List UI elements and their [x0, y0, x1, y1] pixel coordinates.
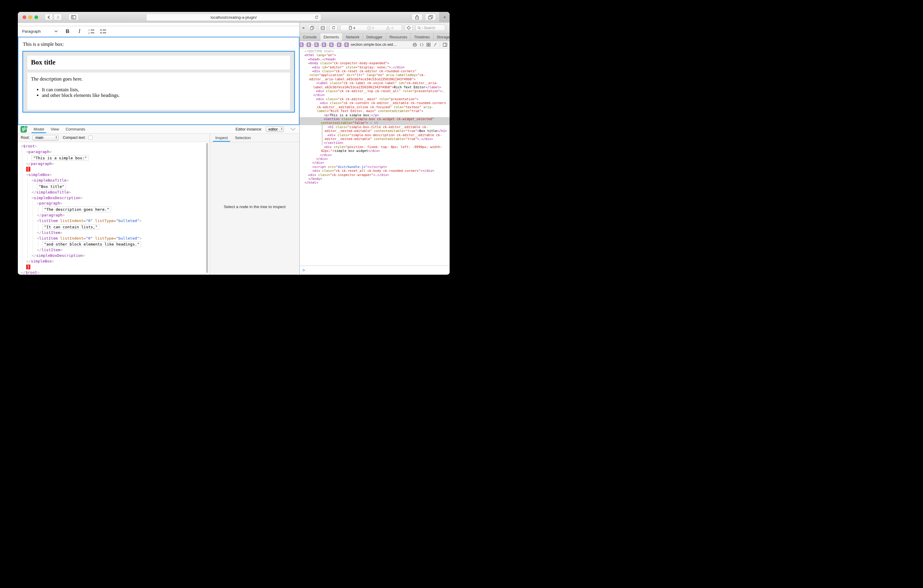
dom-tree-row[interactable]: <p>This is a simple box:</p>	[300, 113, 450, 117]
forward-button[interactable]	[54, 14, 62, 21]
dom-tree-row[interactable]: </div>	[300, 157, 450, 161]
disclosure-open-icon[interactable]: ▾	[313, 97, 317, 101]
back-button[interactable]	[44, 14, 53, 21]
selection-tab[interactable]: Selection	[235, 133, 251, 142]
dom-tree-row[interactable]: <div class="ck ck-reset_all ck-body ck-r…	[300, 169, 450, 173]
tab-overview-button[interactable]	[425, 14, 436, 21]
model-tree-row[interactable]: <paragraph>	[18, 200, 210, 206]
bulleted-list-button[interactable]	[99, 27, 108, 36]
model-tree-row[interactable]: "It can contain lists,"	[18, 224, 210, 230]
share-button[interactable]	[412, 14, 422, 21]
new-tab-button[interactable]: +	[440, 12, 450, 23]
model-tree-row[interactable]: </paragraph>	[18, 213, 210, 218]
model-tree-row[interactable]: </paragraph>	[18, 161, 210, 167]
layout-grid-icon[interactable]	[426, 43, 430, 47]
collapse-inspector-icon[interactable]	[290, 128, 296, 131]
model-tree-row[interactable]: </simpleBoxTitle>	[18, 190, 210, 195]
tab-debugger[interactable]: Debugger	[363, 33, 386, 41]
tab-resources[interactable]: Resources	[386, 33, 411, 41]
details-sidebar-toggle-icon[interactable]	[443, 43, 447, 47]
maximize-window-button[interactable]	[34, 15, 38, 19]
model-tree-row[interactable]: ]	[18, 264, 210, 270]
quick-console[interactable]: >	[300, 266, 450, 274]
inspector-tab-commands[interactable]: Commands	[66, 125, 85, 133]
dom-tree-row[interactable]: </section>	[300, 141, 450, 145]
italic-button[interactable]: I	[75, 27, 84, 36]
breadcrumb-element-badge[interactable]: E	[344, 43, 349, 47]
dom-tree-row[interactable]: </body>	[300, 177, 450, 181]
dom-tree-row[interactable]: </div>	[300, 161, 450, 165]
disclosure-closed-icon[interactable]: ▸	[305, 57, 310, 62]
list-item[interactable]: and other block elements like headings.	[42, 92, 286, 98]
address-bar[interactable]: localhost/creating-a-plugin/	[146, 14, 321, 21]
model-tree-row[interactable]: </listItem>	[18, 247, 210, 253]
model-tree-row[interactable]: <simpleBoxDescription>	[18, 195, 210, 201]
disclosure-closed-icon[interactable]: ▸	[309, 66, 314, 69]
dock-side-button[interactable]	[319, 25, 327, 31]
dom-tree-row[interactable]: <!DOCTYPE html>	[300, 49, 450, 53]
compact-text-checkbox[interactable]	[88, 136, 92, 140]
show-source-icon[interactable]	[420, 43, 424, 47]
dom-tree-row[interactable]: ▸<div id="editor" style="display: none;"…	[300, 66, 450, 69]
model-tree-row[interactable]: </simpleBox>	[18, 259, 210, 264]
disclosure-open-icon[interactable]: ▾	[317, 101, 321, 105]
model-tree-row[interactable]: <paragraph>	[18, 149, 210, 155]
editor-editable-area[interactable]: This is a simple box: Box title The desc…	[18, 37, 299, 125]
disclosure-closed-icon[interactable]: ▸	[324, 133, 329, 137]
dom-tree-row[interactable]: <h1 class="simple-box-title ck-editor__e…	[300, 125, 450, 133]
disclosure-open-icon[interactable]: ▾	[301, 54, 305, 57]
breadcrumb-element-badge[interactable]: E	[322, 43, 326, 47]
reload-icon[interactable]	[314, 15, 319, 20]
model-tree-row[interactable]: </$root>	[18, 270, 210, 274]
dom-tree-row[interactable]: </div>	[300, 153, 450, 157]
model-tree-row[interactable]: <simpleBox>	[18, 172, 210, 178]
dom-tree-row[interactable]: ▸<div class="simple-box-description ck-e…	[300, 133, 450, 141]
model-tree-row[interactable]: <$root>	[18, 144, 210, 149]
breadcrumb-element-badge[interactable]: E	[307, 43, 311, 47]
dom-tree-row[interactable]: ▾<div class="ck ck-reset ck-editor ck-ro…	[300, 69, 450, 81]
model-tree-row[interactable]: "This is a simple box:"	[18, 155, 210, 161]
model-tree-row[interactable]: "and other block elements like headings.…	[18, 241, 210, 247]
close-window-button[interactable]	[23, 15, 26, 19]
dom-tree-row[interactable]: ▾<body class="ck-inspector-body-expanded…	[300, 61, 450, 65]
dom-tree-row[interactable]: ▸<head>…</head>	[300, 57, 450, 61]
styles-brush-icon[interactable]	[433, 43, 437, 47]
detach-devtools-button[interactable]	[308, 25, 316, 31]
resource-status-button[interactable]: 4 0	[340, 25, 402, 31]
model-tree-row[interactable]: "Box title"	[18, 184, 210, 190]
model-tree-row[interactable]: </listItem>	[18, 230, 210, 236]
print-icon[interactable]	[413, 43, 417, 47]
dom-tree-row[interactable]: ▾<html lang="en">	[300, 53, 450, 57]
model-tree-row[interactable]: </simpleBoxDescription>	[18, 253, 210, 259]
dom-tree-row[interactable]: <div style="position: fixed; top: 0px; l…	[300, 145, 450, 153]
breadcrumb-element-badge[interactable]: E	[300, 43, 304, 47]
dom-tree-row[interactable]: ▸<div class="ck ck-editor__top ck-reset_…	[300, 89, 450, 97]
simple-box-widget[interactable]: Box title The description goes here. It …	[22, 51, 295, 113]
model-tree-row[interactable]: [	[18, 166, 210, 172]
disclosure-closed-icon[interactable]: ▸	[313, 89, 317, 94]
dom-tree-row[interactable]: <script src="dist/bundle.js"></script>	[300, 165, 450, 169]
editor-instance-select[interactable]: editor ▲▼	[266, 126, 284, 132]
tab-network[interactable]: Network	[343, 33, 363, 41]
model-tree-row[interactable]: "The description goes here."	[18, 206, 210, 213]
simple-box-title[interactable]: Box title	[27, 56, 290, 69]
sidebar-toggle-button[interactable]	[68, 14, 79, 21]
dom-tree-row[interactable]: </html>	[300, 181, 450, 185]
disclosure-open-icon[interactable]: ▾	[305, 62, 310, 66]
devtools-search-field[interactable]: ▾ Search	[416, 25, 445, 31]
list-item[interactable]: It can contain lists,	[42, 87, 286, 92]
element-picker-button[interactable]	[405, 25, 413, 31]
breadcrumb-element-badge[interactable]: E	[337, 43, 342, 47]
tab-console[interactable]: Console	[300, 33, 320, 41]
paragraph-style-dropdown[interactable]: Paragraph	[22, 29, 60, 34]
model-tree-row[interactable]: <listItem listIndent="0" listType="bulle…	[18, 218, 210, 224]
tab-elements[interactable]: Elements	[320, 33, 343, 41]
disclosure-open-icon[interactable]: ▾	[309, 69, 314, 74]
bold-button[interactable]: B	[63, 27, 72, 36]
reload-page-button[interactable]	[330, 25, 338, 31]
close-devtools-button[interactable]: ×	[302, 25, 305, 30]
model-tree-row[interactable]: <simpleBoxTitle>	[18, 178, 210, 184]
tab-timelines[interactable]: Timelines	[411, 33, 433, 41]
root-select[interactable]: main ▲▼	[33, 135, 59, 141]
inspect-tab[interactable]: Inspect	[215, 133, 228, 142]
